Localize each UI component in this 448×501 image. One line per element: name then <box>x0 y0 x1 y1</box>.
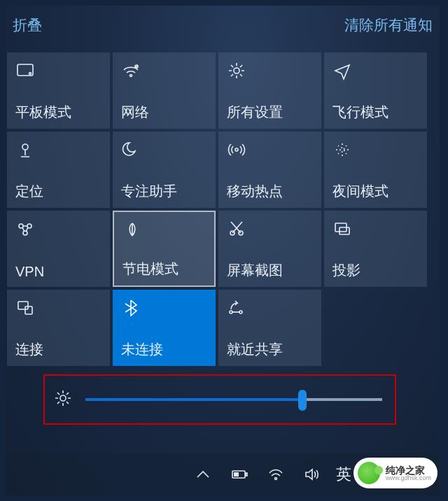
svg-point-1 <box>29 73 31 75</box>
logo-text: 纯净之家 www.gdhsk.com <box>386 465 431 481</box>
tile-label: 夜间模式 <box>332 182 388 201</box>
bluetooth-icon <box>121 298 141 320</box>
svg-rect-22 <box>246 473 247 476</box>
clear-all-link[interactable]: 清除所有通知 <box>344 15 433 35</box>
tile-label: 屏幕截图 <box>227 261 283 280</box>
tile-label: 平板模式 <box>15 103 71 122</box>
tile-battery-saver[interactable]: 节电模式 <box>113 211 216 287</box>
svg-point-8 <box>340 148 344 152</box>
tile-label: VPN <box>15 264 44 280</box>
gear-icon <box>227 61 246 83</box>
tile-bluetooth[interactable]: 未连接 <box>113 290 216 366</box>
brightness-icon <box>53 388 73 411</box>
tray-overflow-icon[interactable] <box>195 467 211 481</box>
tile-label: 未连接 <box>121 340 163 359</box>
snip-icon <box>227 219 246 241</box>
project-icon <box>332 219 352 241</box>
watermark-logo: 纯净之家 www.gdhsk.com <box>354 458 438 488</box>
night-light-icon <box>332 140 352 162</box>
svg-point-11 <box>23 231 27 235</box>
slider-thumb[interactable] <box>298 390 307 411</box>
connect-icon <box>15 298 35 320</box>
slider-remain <box>302 398 382 401</box>
brightness-slider[interactable] <box>85 398 382 401</box>
svg-point-20 <box>60 395 66 401</box>
top-links: 折叠 清除所有通知 <box>6 6 440 35</box>
tile-label: 网络 <box>121 103 149 122</box>
ime-language[interactable]: 英 <box>336 464 351 485</box>
svg-rect-17 <box>25 306 32 314</box>
svg-point-18 <box>230 311 232 313</box>
tile-location[interactable]: 定位 <box>7 132 110 208</box>
tile-connect[interactable]: 连接 <box>7 290 110 366</box>
tile-project[interactable]: 投影 <box>324 211 427 287</box>
share-icon <box>227 298 246 320</box>
svg-point-5 <box>234 68 239 73</box>
tile-all-settings[interactable]: 所有设置 <box>218 52 321 129</box>
tile-label: 移动热点 <box>227 182 283 201</box>
tile-screen-snip[interactable]: 屏幕截图 <box>218 211 321 287</box>
svg-rect-15 <box>340 227 349 234</box>
svg-rect-16 <box>18 302 28 309</box>
tile-label: 飞行模式 <box>332 103 388 122</box>
location-icon <box>15 140 35 162</box>
airplane-icon <box>332 61 352 83</box>
tile-label: 节电模式 <box>122 260 178 278</box>
tile-label: 投影 <box>332 261 360 280</box>
wifi-status-icon[interactable] <box>267 467 284 481</box>
battery-icon[interactable] <box>231 467 248 481</box>
moon-icon <box>121 140 141 162</box>
collapse-link[interactable]: 折叠 <box>13 15 42 35</box>
tile-label: 所有设置 <box>227 103 283 122</box>
vpn-icon <box>15 219 35 241</box>
leaf-icon <box>122 220 142 243</box>
hotspot-icon <box>227 140 246 162</box>
tile-airplane[interactable]: 飞行模式 <box>324 52 427 129</box>
slider-fill <box>85 398 302 401</box>
svg-point-2 <box>130 75 132 77</box>
tile-network[interactable]: 网络 <box>113 52 216 129</box>
svg-point-6 <box>22 144 28 150</box>
volume-icon[interactable] <box>304 467 321 481</box>
tile-hotspot[interactable]: 移动热点 <box>218 132 321 208</box>
svg-point-24 <box>275 478 277 480</box>
tile-label: 就近共享 <box>227 340 283 359</box>
tile-focus-assist[interactable]: 专注助手 <box>113 132 216 208</box>
wifi-icon <box>121 61 141 83</box>
tile-nearby-share[interactable]: 就近共享 <box>218 290 321 366</box>
svg-point-7 <box>235 148 238 151</box>
action-center-panel: 折叠 清除所有通知 平板模式 网络 所有设置 <box>6 6 440 495</box>
tablet-icon <box>15 61 35 83</box>
tile-label: 定位 <box>15 182 43 201</box>
logo-icon <box>358 462 380 484</box>
svg-point-19 <box>239 311 242 313</box>
tile-vpn[interactable]: VPN <box>7 211 110 287</box>
tile-label: 连接 <box>15 340 43 359</box>
tile-night-light[interactable]: 夜间模式 <box>324 132 427 208</box>
quick-actions-grid: 平板模式 网络 所有设置 飞行模式 <box>6 51 440 367</box>
tile-tablet-mode[interactable]: 平板模式 <box>7 52 110 129</box>
brightness-slider-highlight <box>43 374 396 425</box>
svg-rect-23 <box>234 472 239 477</box>
tile-label: 专注助手 <box>121 182 177 201</box>
